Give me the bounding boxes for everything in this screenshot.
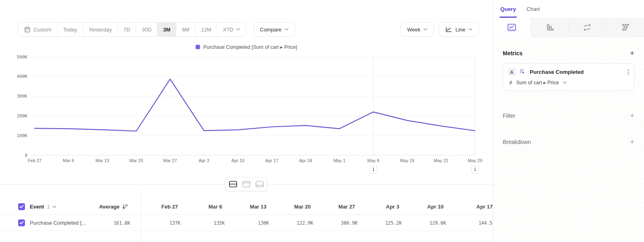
bar-chart-icon (545, 23, 554, 32)
x-tick-label: May 15 (390, 158, 424, 163)
table-header-row: Event 1 Average Feb 27Mar 6Mar 13Mar 20M… (0, 199, 493, 215)
y-tick-label: 100K (7, 133, 27, 138)
y-tick-label: 0 (7, 153, 27, 158)
x-tick-label: May 22 (424, 158, 458, 163)
average-header-cell[interactable]: Average (83, 204, 128, 210)
table-bottom-border (0, 241, 493, 242)
table-section: Event 1 Average Feb 27Mar 6Mar 13Mar 20M… (0, 184, 493, 242)
event-header-cell[interactable]: Event 1 (30, 204, 83, 210)
analytics-app: CustomTodayYesterday7D30D3M6M12MXTD Comp… (0, 0, 644, 242)
check-icon (19, 221, 24, 225)
table-row-values: 137K135K130K122.9K386.9K125.2K129.6K144.… (136, 220, 493, 226)
bottom-panel-icon (256, 181, 264, 188)
date-column-header[interactable]: Feb 27 (134, 204, 178, 210)
y-tick-label: 400K (7, 74, 27, 79)
split-view-button[interactable] (227, 179, 239, 190)
date-column-header[interactable]: Mar 20 (266, 204, 311, 210)
metric-options-kebab-icon[interactable] (627, 69, 629, 75)
tab-more-chart-types[interactable] (606, 18, 644, 37)
metric-letter-badge: A (508, 68, 516, 76)
x-tick-label: Apr 10 (221, 158, 255, 163)
sidebar-tab-query[interactable]: Query (500, 0, 516, 18)
metrics-title: Metrics (503, 50, 522, 56)
metric-aggregation-row[interactable]: # Sum of cart ▸ Price (508, 79, 629, 86)
x-tick-label: Mar 20 (119, 158, 153, 163)
annotation-badge[interactable]: 1 (369, 166, 377, 173)
table-cell-value: 129.6K (402, 220, 446, 226)
date-column-header[interactable]: Mar 13 (222, 204, 266, 210)
check-icon (19, 205, 24, 209)
annotation-badge[interactable]: 1 (471, 166, 479, 173)
row-checkbox[interactable] (18, 219, 25, 226)
y-tick-label: 300K (7, 94, 27, 99)
table-only-view-button[interactable] (254, 179, 266, 190)
breakdown-section-header: Breakdown + (503, 138, 634, 146)
x-tick-label: Feb 27 (18, 158, 52, 163)
event-header-label: Event (30, 204, 44, 210)
more-charts-icon (621, 23, 630, 32)
chart-only-view-button[interactable] (240, 179, 253, 190)
query-sidebar: QueryChart Metrics + A (493, 0, 644, 242)
table-date-headers: Feb 27Mar 6Mar 13Mar 20Mar 27Apr 3Apr 10… (134, 204, 493, 210)
chart-svg (0, 0, 493, 186)
insights-line-icon (507, 23, 516, 32)
metric-card-main-row: A Purchase Completed (508, 68, 629, 76)
split-view-icon (229, 181, 237, 188)
add-filter-button[interactable]: + (630, 112, 634, 119)
breakdown-title: Breakdown (503, 139, 531, 145)
row-event-cell: Purchase Completed [... (30, 220, 86, 226)
table-cell-value: 135K (180, 220, 225, 226)
x-tick-label: May 8 (357, 158, 390, 163)
x-tick-label: May 29 (458, 158, 492, 163)
row-average-value: 161.8K (114, 220, 130, 226)
x-tick-label: Apr 17 (255, 158, 289, 163)
custom-event-icon (519, 69, 526, 75)
filter-title: Filter (503, 113, 515, 119)
y-tick-label: 200K (7, 113, 27, 119)
x-tick-label: Apr 3 (187, 158, 221, 163)
layout-toggle-group (225, 177, 268, 191)
event-count: 1 (47, 204, 50, 210)
sidebar-tab-chart[interactable]: Chart (526, 0, 540, 18)
row-event-name: Purchase Completed [... (30, 220, 86, 226)
x-tick-label: Apr 24 (289, 158, 322, 163)
chart-type-tabs (493, 18, 644, 37)
top-panel-icon (242, 181, 251, 188)
sort-icon (122, 204, 128, 209)
flows-icon (583, 23, 592, 32)
y-tick-label: 500K (7, 54, 27, 60)
table-cell-value: 386.9K (313, 220, 357, 226)
x-tick-label: Mar 6 (52, 158, 85, 163)
table-cell-value: 130K (225, 220, 269, 226)
x-tick-label: Mar 27 (153, 158, 187, 163)
metric-name: Purchase Completed (530, 69, 624, 75)
average-header-label: Average (99, 204, 120, 210)
tab-insights-line-chart[interactable] (493, 18, 530, 37)
filter-section-header: Filter + (503, 112, 634, 119)
add-breakdown-button[interactable]: + (630, 138, 634, 146)
tab-bar-chart[interactable] (530, 18, 568, 37)
metric-aggregation-label: Sum of cart ▸ Price (516, 79, 559, 86)
metrics-section-header: Metrics + (503, 49, 634, 57)
table-cell-value: 122.9K (269, 220, 313, 226)
select-all-checkbox[interactable] (18, 203, 25, 210)
add-metric-button[interactable]: + (630, 49, 634, 57)
main-panel: CustomTodayYesterday7D30D3M6M12MXTD Comp… (0, 0, 493, 242)
chevron-down-icon (563, 81, 567, 84)
table-cell-value: 125.2K (357, 220, 402, 226)
chevron-down-icon (52, 206, 56, 208)
date-column-header[interactable]: Apr 3 (355, 204, 399, 210)
table-row[interactable]: Purchase Completed [... 161.8K 137K135K1… (0, 215, 493, 231)
numeric-property-icon: # (509, 79, 512, 86)
sidebar-content: Metrics + A Purchase Completed # Sum of … (493, 37, 644, 146)
date-column-header[interactable]: Mar 27 (311, 204, 355, 210)
metric-card[interactable]: A Purchase Completed # Sum of cart ▸ Pri… (503, 63, 634, 91)
table-cell-value: 137K (136, 220, 180, 226)
row-average-cell: 161.8K (86, 220, 130, 226)
x-tick-label: Mar 13 (85, 158, 119, 163)
x-tick-label: May 1 (322, 158, 356, 163)
tab-flows-chart[interactable] (568, 18, 606, 37)
date-column-header[interactable]: Mar 6 (178, 204, 222, 210)
date-column-header[interactable]: Apr 10 (399, 204, 444, 210)
date-column-header[interactable]: Apr 17 (444, 204, 493, 210)
